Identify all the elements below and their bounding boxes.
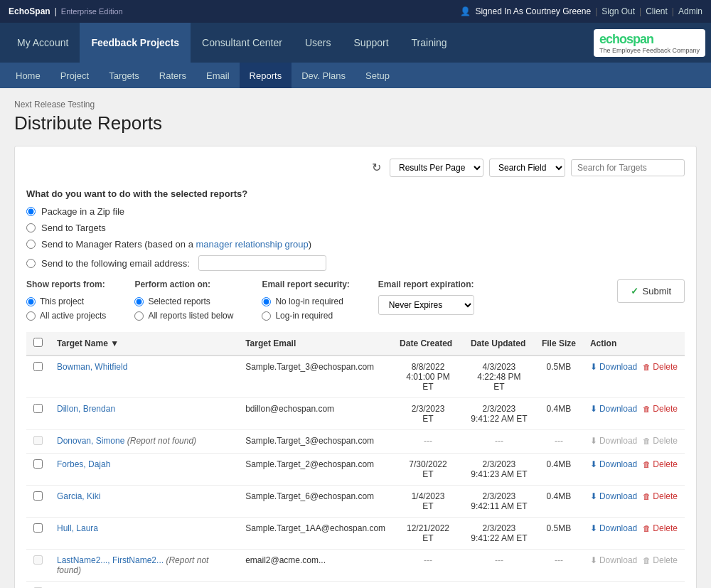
table-head: Target Name ▼ Target Email Date Created … <box>26 332 685 356</box>
action-targets-row: Send to Targets <box>26 223 685 233</box>
search-field-select[interactable]: Search Field Target Name Target Email <box>489 159 565 177</box>
nav-consultant-center[interactable]: Consultant Center <box>191 23 294 63</box>
delete-button[interactable]: 🗑 Delete <box>643 362 678 372</box>
row-date-updated: 2/3/2023 9:41:22 AM ET <box>464 518 535 550</box>
edition-separator: | <box>55 6 57 16</box>
nav-my-account[interactable]: My Account <box>6 23 80 63</box>
row-checkbox-cell <box>26 518 50 550</box>
admin-link[interactable]: Admin <box>678 6 702 16</box>
email-address-input[interactable] <box>198 255 326 271</box>
delete-button[interactable]: 🗑 Delete <box>643 491 678 501</box>
target-name-link[interactable]: Dillon, Brendan <box>57 404 115 414</box>
login-required-label: Log-in required <box>275 311 333 321</box>
delete-button[interactable]: 🗑 Delete <box>643 523 678 533</box>
action-zip-radio[interactable] <box>26 207 36 216</box>
row-date-created: --- <box>392 582 464 589</box>
delete-button[interactable]: 🗑 Delete <box>643 404 678 414</box>
subnav-targets[interactable]: Targets <box>99 63 149 88</box>
col-action: Action <box>583 332 685 356</box>
subnav-project[interactable]: Project <box>50 63 99 88</box>
delete-icon: 🗑 <box>643 524 651 533</box>
target-name-link[interactable]: Bowman, Whitfield <box>57 362 127 372</box>
nav-support[interactable]: Support <box>343 23 400 63</box>
subnav-home[interactable]: Home <box>6 63 50 88</box>
target-name-link[interactable]: LastName2..., FirstName2... <box>57 555 164 565</box>
download-button[interactable]: ⬇ Download <box>590 404 637 414</box>
refresh-button[interactable]: ↻ <box>369 158 384 177</box>
row-checkbox[interactable] <box>33 459 43 469</box>
main-card: ↻ Results Per Page 10 25 50 Search Field… <box>14 146 697 588</box>
submit-check-icon: ✓ <box>631 286 638 296</box>
action-targets-radio[interactable] <box>26 223 36 232</box>
download-button[interactable]: ⬇ Download <box>590 459 637 469</box>
row-target-email: Sample.Target_3@echospan.com <box>238 430 392 454</box>
all-reports-label: All reports listed below <box>148 311 233 321</box>
show-this-project-radio[interactable] <box>26 297 36 306</box>
nav-training[interactable]: Training <box>400 23 459 63</box>
target-name-link[interactable]: Garcia, Kiki <box>57 491 100 501</box>
col-target-name[interactable]: Target Name ▼ <box>50 332 238 356</box>
nav-feedback-projects[interactable]: Feedback Projects <box>80 23 191 63</box>
row-date-updated: 2/3/2023 9:41:23 AM ET <box>464 454 535 486</box>
action-radio-group: Package in a Zip file Send to Targets Se… <box>26 206 685 271</box>
show-all-projects-row: All active projects <box>26 311 106 321</box>
search-input[interactable] <box>571 159 685 176</box>
row-date-created: 2/3/2023 ET <box>392 398 464 430</box>
subnav-raters[interactable]: Raters <box>149 63 196 88</box>
submit-label: Submit <box>643 286 671 296</box>
action-buttons: ⬇ Download🗑 Delete <box>590 436 678 446</box>
table-container: Target Name ▼ Target Email Date Created … <box>26 332 685 588</box>
col-date-updated: Date Updated <box>464 332 535 356</box>
row-checkbox-cell <box>26 398 50 430</box>
select-all-header <box>26 332 50 356</box>
col-target-email: Target Email <box>238 332 392 356</box>
sign-out-link[interactable]: Sign Out <box>602 6 635 16</box>
submit-button[interactable]: ✓ Submit <box>617 279 685 303</box>
row-target-name: LastName2..., FirstName2... (Report not … <box>50 550 238 582</box>
download-button[interactable]: ⬇ Download <box>590 523 637 533</box>
action-email-radio[interactable] <box>26 259 36 268</box>
subnav-email[interactable]: Email <box>196 63 240 88</box>
action-targets-label: Send to Targets <box>41 223 106 233</box>
row-action-cell: ⬇ Download🗑 Delete <box>583 398 685 430</box>
select-all-checkbox[interactable] <box>33 338 43 347</box>
row-checkbox[interactable] <box>33 362 43 371</box>
selected-reports-radio[interactable] <box>134 297 144 306</box>
results-per-page-select[interactable]: Results Per Page 10 25 50 <box>390 159 483 177</box>
row-checkbox[interactable] <box>33 523 43 533</box>
row-date-created: --- <box>392 430 464 454</box>
subnav-dev-plans[interactable]: Dev. Plans <box>292 63 356 88</box>
target-name-link[interactable]: Donovan, Simone <box>57 436 124 446</box>
row-target-email: Sample.Target_6@echospan.com <box>238 486 392 518</box>
no-login-radio[interactable] <box>262 297 271 306</box>
all-reports-radio[interactable] <box>134 311 144 321</box>
delete-icon: 🗑 <box>643 405 651 413</box>
download-button[interactable]: ⬇ Download <box>590 491 637 501</box>
action-managers-radio[interactable] <box>26 240 36 249</box>
row-file-size: --- <box>535 550 583 582</box>
row-target-email: Sample.Target_2@echospan.com <box>238 454 392 486</box>
show-all-projects-radio[interactable] <box>26 311 36 321</box>
nav-users[interactable]: Users <box>294 23 343 63</box>
row-checkbox[interactable] <box>33 436 43 445</box>
content-area: Next Release Testing Distribute Reports … <box>0 88 711 588</box>
download-icon: ⬇ <box>590 459 597 469</box>
download-icon: ⬇ <box>590 555 597 565</box>
row-date-updated: 4/3/2023 4:22:48 PM ET <box>464 356 535 398</box>
subnav-reports[interactable]: Reports <box>240 63 292 88</box>
expiry-select[interactable]: Never Expires 30 Days 60 Days 90 Days <box>378 295 474 315</box>
manager-relationship-link[interactable]: manager relationship group <box>196 239 309 250</box>
download-button[interactable]: ⬇ Download <box>590 362 637 372</box>
breadcrumb: Next Release Testing <box>14 100 697 109</box>
login-required-radio[interactable] <box>262 311 271 321</box>
email-security-label: Email report security: <box>262 279 349 289</box>
target-name-link[interactable]: Hull, Laura <box>57 523 98 533</box>
show-this-project-label: This project <box>40 296 84 306</box>
delete-button[interactable]: 🗑 Delete <box>643 459 678 469</box>
client-link[interactable]: Client <box>646 6 668 16</box>
row-checkbox[interactable] <box>33 491 43 501</box>
row-checkbox[interactable] <box>33 404 43 413</box>
subnav-setup[interactable]: Setup <box>356 63 400 88</box>
target-name-link[interactable]: Forbes, Dajah <box>57 459 110 469</box>
row-checkbox[interactable] <box>33 555 43 565</box>
